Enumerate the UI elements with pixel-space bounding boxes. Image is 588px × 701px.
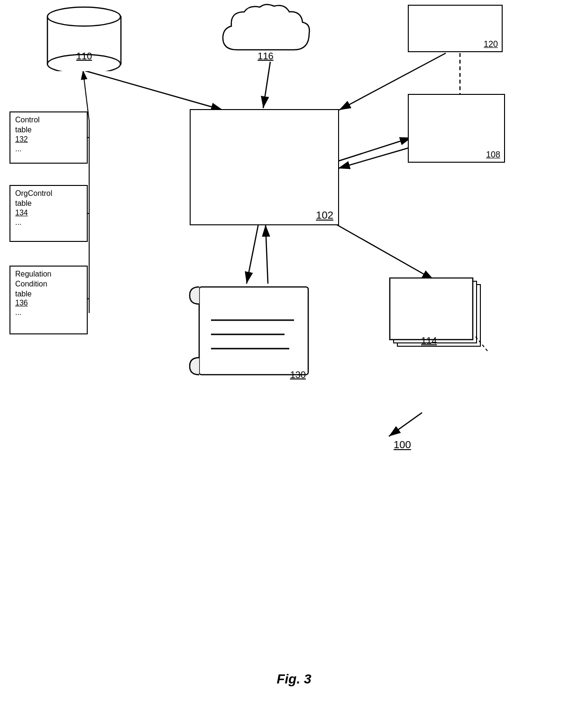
table-134-ref: 134 <box>15 209 82 217</box>
svg-line-6 <box>338 138 412 161</box>
node-130-label: 130 <box>290 369 306 380</box>
svg-line-7 <box>338 147 412 168</box>
node-120-label: 120 <box>484 39 498 49</box>
table-control-132: Controltable 132 ... <box>9 111 88 164</box>
table-136-label: RegulationConditiontable <box>15 269 82 299</box>
table-132-dots: ... <box>15 145 82 153</box>
node-108-label: 108 <box>486 150 500 160</box>
svg-line-9 <box>247 224 258 284</box>
cloud-shape: 116 <box>218 2 313 64</box>
doc-scroll-130: 130 <box>185 282 315 384</box>
table-134-dots: ... <box>15 218 82 227</box>
table-134-label: OrgControltable <box>15 189 82 209</box>
node-116-label: 116 <box>257 51 273 62</box>
svg-point-19 <box>47 7 120 26</box>
fig-caption: Fig. 3 <box>276 672 311 687</box>
table-regulation-136: RegulationConditiontable 136 ... <box>9 266 88 334</box>
table-132-label: Controltable <box>15 115 82 135</box>
svg-rect-21 <box>199 287 308 375</box>
box-120: 120 <box>408 5 503 52</box>
svg-line-4 <box>263 62 270 108</box>
svg-line-10 <box>266 225 268 284</box>
arrow-100-label: 100 <box>394 439 411 451</box>
node-110-label: 110 <box>76 51 92 62</box>
node-114-label: 114 <box>421 335 437 346</box>
database-cylinder: 110 <box>45 5 123 71</box>
diagram-container: 110 116 120 102 108 Controltable 132 ...… <box>0 0 588 655</box>
box-108: 108 <box>408 94 505 163</box>
table-136-dots: ... <box>15 308 82 317</box>
svg-line-17 <box>389 413 422 436</box>
table-136-ref: 136 <box>15 299 82 307</box>
svg-line-11 <box>332 222 434 280</box>
svg-rect-27 <box>390 278 473 340</box>
stacked-pages-114: 114 <box>388 277 490 356</box>
box-102: 102 <box>190 109 339 225</box>
table-orgcontrol-134: OrgControltable 134 ... <box>9 185 88 242</box>
node-102-label: 102 <box>316 209 333 221</box>
table-132-ref: 132 <box>15 135 82 144</box>
svg-line-3 <box>83 70 223 110</box>
